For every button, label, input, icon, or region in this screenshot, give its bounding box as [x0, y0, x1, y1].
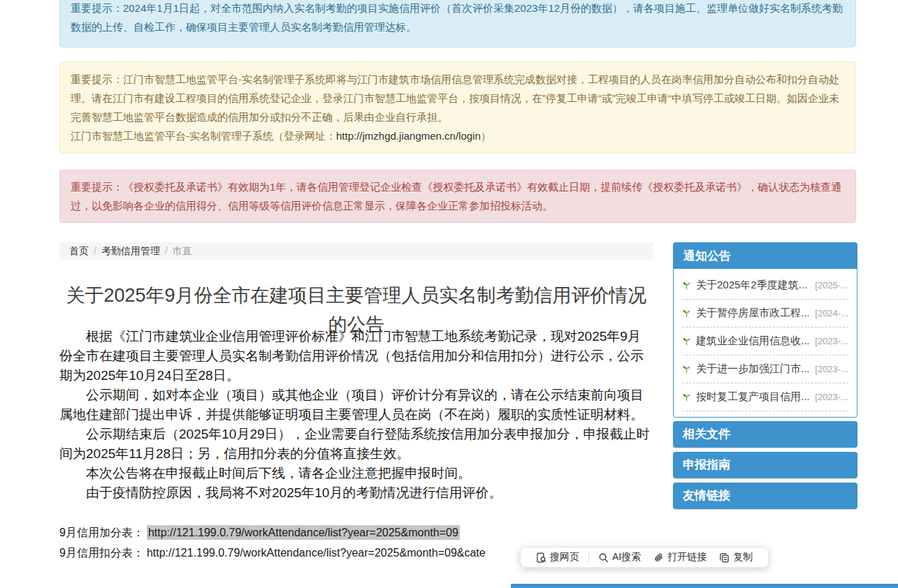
notice-item-title: 关于进一步加强江门市...	[696, 362, 810, 376]
copy-button[interactable]: 复制	[713, 551, 759, 564]
article-paragraph: 公示期间，如对本企业（项目）或其他企业（项目）评价计分有异议的，请在公示结束前向…	[59, 385, 650, 425]
friendly-links-bar[interactable]: 友情链接	[673, 483, 857, 509]
bonus-table-label: 9月信用加分表：	[59, 527, 144, 538]
paperclip-icon	[653, 552, 664, 563]
breadcrumb-separator: /	[94, 245, 96, 256]
notice-item[interactable]: 关于进一步加强江门市... [2023-...	[682, 355, 848, 383]
article-paragraph: 由于疫情防控原因，我局将不对2025年10月的考勤情况进行信用评价。	[59, 483, 650, 503]
search-page-icon	[536, 552, 546, 563]
article-paragraph: 根据《江门市建筑业企业信用管理评价标准》和江门市智慧工地系统考勤记录，现对202…	[59, 327, 650, 385]
article-paragraph: 本次公告将在申报截止时间后下线，请各企业注意把握申报时间。	[59, 464, 650, 483]
selection-toolbar: 搜网页 AI搜索 打开链接 复制	[520, 547, 769, 568]
notice-item-date: [2023-...	[815, 336, 848, 346]
notice-item-title: 按时复工复产项目信用...	[696, 390, 810, 404]
notice-item-date: [2024-...	[815, 308, 848, 318]
notice-item-title: 关于暂停房屋市政工程...	[696, 307, 810, 320]
notice-item[interactable]: 按时复工复产项目信用... [2023-...	[682, 383, 848, 411]
notice-warning-alert: 重要提示：江门市智慧工地监管平台-实名制管理子系统即将与江门市建筑市场信用信息管…	[59, 61, 856, 154]
breadcrumb-item-home[interactable]: 首页	[69, 245, 89, 256]
sprout-icon	[682, 281, 691, 290]
ai-search-button[interactable]: AI搜索	[592, 551, 647, 564]
bonus-table-url[interactable]: http://121.199.0.79/workAttendance/list?…	[147, 525, 460, 540]
breadcrumb-item-current: 市直	[173, 245, 192, 256]
bonus-table-link-row: 9月信用加分表：http://121.199.0.79/workAttendan…	[59, 524, 460, 542]
notice-panel-header: 通知公告	[674, 243, 857, 269]
notice-info-alert: 重要提示：2024年1月1日起，对全市范围内纳入实名制考勤的项目实施信用评价（首…	[59, 0, 856, 47]
breadcrumb-item-attendance-credit[interactable]: 考勤信用管理	[101, 245, 160, 256]
toolbar-divider	[588, 552, 589, 562]
article-body: 根据《江门市建筑业企业信用管理评价标准》和江门市智慧工地系统考勤记录，现对202…	[59, 327, 650, 503]
sprout-icon	[682, 365, 691, 374]
sprout-icon	[682, 337, 691, 346]
notice-warning-text: 重要提示：江门市智慧工地监管平台-实名制管理子系统即将与江门市建筑市场信用信息管…	[71, 70, 845, 126]
magnifier-icon	[598, 552, 609, 563]
deduction-table-url[interactable]: http://121.199.0.79/workAttendance/list?…	[147, 547, 486, 559]
copy-label: 复制	[733, 551, 753, 564]
notice-item[interactable]: 关于暂停房屋市政工程... [2024-...	[682, 300, 848, 328]
search-web-button[interactable]: 搜网页	[530, 551, 586, 564]
notice-info-text: 重要提示：2024年1月1日起，对全市范围内纳入实名制考勤的项目实施信用评价（首…	[71, 2, 843, 33]
notice-item[interactable]: 关于2025年2季度建筑... [2025-...	[682, 272, 848, 300]
notice-item-date: [2025-...	[815, 280, 848, 291]
sprout-icon	[682, 309, 691, 318]
notice-item-title: 建筑业企业信用信息收...	[696, 335, 810, 348]
page: 重要提示：2024年1月1日起，对全市范围内纳入实名制考勤的项目实施信用评价（首…	[0, 0, 898, 588]
related-files-bar[interactable]: 相关文件	[673, 421, 857, 448]
footer-strip	[511, 584, 898, 588]
sprout-icon	[682, 392, 691, 402]
notice-danger-alert: 重要提示：《授权委托及承诺书》有效期为1年，请各信用管理登记企业检查《授权委托及…	[59, 170, 856, 223]
copy-icon	[719, 552, 730, 563]
notice-item-date: [2023-...	[815, 392, 848, 402]
login-line-suffix: ）	[481, 130, 491, 142]
login-line-prefix: 江门市智慧工地监管平台-实名制管理子系统（登录网址：	[71, 130, 336, 142]
deduction-table-link-row: 9月信用扣分表：http://121.199.0.79/workAttendan…	[59, 544, 486, 562]
search-web-label: 搜网页	[550, 551, 579, 564]
notice-danger-text: 重要提示：《授权委托及承诺书》有效期为1年，请各信用管理登记企业检查《授权委托及…	[71, 181, 841, 212]
login-url: http://jmzhgd.jiangmen.cn/login	[336, 130, 481, 142]
notice-warning-login-line: 江门市智慧工地监管平台-实名制管理子系统（登录网址：http://jmzhgd.…	[71, 126, 845, 145]
application-guide-bar[interactable]: 申报指南	[673, 452, 857, 478]
notice-item-date: [2023-...	[815, 364, 848, 374]
notice-item-title: 关于2025年2季度建筑...	[696, 279, 810, 292]
notice-panel: 通知公告 关于2025年2季度建筑... [2025-... 关于暂停房屋市政工…	[673, 242, 857, 418]
ai-search-label: AI搜索	[612, 551, 641, 564]
open-link-label: 打开链接	[667, 551, 707, 564]
breadcrumb-separator: /	[165, 245, 168, 256]
deduction-table-label: 9月信用扣分表：	[59, 547, 144, 559]
open-link-button[interactable]: 打开链接	[647, 551, 713, 564]
article-paragraph: 公示期结束后（2025年10月29日），企业需要自行登陆系统按信用加分表申报加分…	[59, 425, 650, 464]
notice-list: 关于2025年2季度建筑... [2025-... 关于暂停房屋市政工程... …	[674, 269, 857, 417]
notice-item[interactable]: 建筑业企业信用信息收... [2023-...	[682, 328, 848, 355]
breadcrumb: 首页/考勤信用管理/市直	[59, 242, 653, 260]
